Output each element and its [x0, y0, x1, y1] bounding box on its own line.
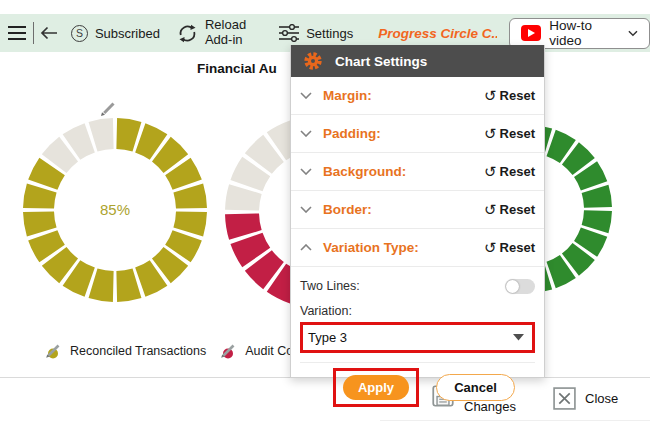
reset-label: Reset: [500, 202, 535, 217]
legend-pencil-icon: [44, 342, 65, 359]
gear-icon: [302, 50, 324, 72]
chevron-down-icon: [300, 206, 312, 213]
chart-settings-panel: Chart Settings Margin: ↺Reset Padding: ↺…: [290, 45, 545, 378]
reset-label: Reset: [500, 164, 535, 179]
two-lines-toggle[interactable]: [505, 279, 535, 294]
subscribed-button[interactable]: S Subscribed: [71, 25, 160, 42]
donut-center-value: 85%: [80, 201, 150, 218]
close-label: Close: [585, 390, 618, 406]
settings-button[interactable]: Settings: [279, 24, 353, 42]
undo-icon: ↺: [484, 126, 497, 141]
back-arrow-icon[interactable]: [40, 26, 58, 40]
panel-header: Chart Settings: [291, 45, 544, 77]
section-variation-type[interactable]: Variation Type: ↺Reset: [291, 229, 544, 267]
chevron-down-icon: [300, 130, 312, 137]
reload-label-line2: Add-in: [205, 33, 246, 48]
variation-dropdown[interactable]: Type 3: [303, 325, 532, 350]
close-button[interactable]: Close: [552, 386, 618, 411]
legend-label: Reconciled Transactions: [70, 344, 206, 358]
subscription-icon: S: [71, 25, 88, 42]
chevron-up-icon: [300, 244, 312, 251]
reset-button[interactable]: ↺Reset: [484, 88, 535, 103]
youtube-icon: [521, 25, 542, 41]
howto-video-button[interactable]: How-to video: [509, 18, 650, 49]
chevron-down-icon: [300, 92, 312, 99]
subscribed-label: Subscribed: [95, 26, 160, 41]
addin-title: Progress Circle C...: [378, 26, 496, 41]
section-background[interactable]: Background: ↺Reset: [291, 153, 544, 191]
section-label: Border:: [323, 202, 484, 217]
reset-button[interactable]: ↺Reset: [484, 240, 535, 255]
reload-label-line1: Reload: [205, 18, 246, 33]
reset-button[interactable]: ↺Reset: [484, 202, 535, 217]
legend-label: Audit Co: [245, 344, 293, 358]
legend-item-audit[interactable]: Audit Co: [219, 342, 293, 359]
refresh-icon: [177, 23, 198, 44]
undo-icon: ↺: [484, 240, 497, 255]
legend-pencil-icon: [219, 342, 240, 359]
settings-label: Settings: [306, 26, 353, 41]
dropdown-caret-icon: [513, 334, 524, 341]
chevron-down-icon: [300, 168, 312, 175]
howto-video-label: How-to video: [549, 18, 620, 48]
apply-button[interactable]: Apply: [343, 375, 409, 400]
hamburger-menu-icon[interactable]: [7, 25, 27, 41]
reset-button[interactable]: ↺Reset: [484, 164, 535, 179]
variation-section-body: Two Lines: Variation: Type 3 Apply Cance…: [291, 267, 544, 407]
undo-icon: ↺: [484, 164, 497, 179]
close-icon: [552, 386, 577, 411]
annotation-box-apply: Apply: [333, 368, 419, 407]
reset-label: Reset: [500, 88, 535, 103]
reset-label: Reset: [500, 126, 535, 141]
toolbar-divider: [33, 22, 34, 44]
section-padding[interactable]: Padding: ↺Reset: [291, 115, 544, 153]
toggle-knob: [506, 280, 519, 293]
section-border[interactable]: Border: ↺Reset: [291, 191, 544, 229]
section-margin[interactable]: Margin: ↺Reset: [291, 77, 544, 115]
reset-button[interactable]: ↺Reset: [484, 126, 535, 141]
sliders-icon: [279, 24, 299, 42]
variation-label: Variation:: [300, 304, 535, 318]
section-label: Margin:: [323, 88, 484, 103]
section-label: Variation Type:: [323, 240, 484, 255]
undo-icon: ↺: [484, 88, 497, 103]
cancel-button[interactable]: Cancel: [436, 374, 515, 401]
annotation-box-dropdown: Type 3: [300, 322, 535, 353]
legend-item-reconciled[interactable]: Reconciled Transactions: [44, 342, 206, 359]
chevron-down-icon: [628, 30, 638, 37]
footer-bottom-line: [380, 420, 650, 421]
section-label: Padding:: [323, 126, 484, 141]
section-label: Background:: [323, 164, 484, 179]
chart-legend: Reconciled Transactions Audit Co: [44, 342, 293, 359]
variation-value: Type 3: [308, 330, 347, 345]
panel-title: Chart Settings: [335, 54, 427, 69]
undo-icon: ↺: [484, 202, 497, 217]
reset-label: Reset: [500, 240, 535, 255]
reload-addin-button[interactable]: Reload Add-in: [177, 18, 246, 48]
two-lines-label: Two Lines:: [300, 279, 360, 293]
